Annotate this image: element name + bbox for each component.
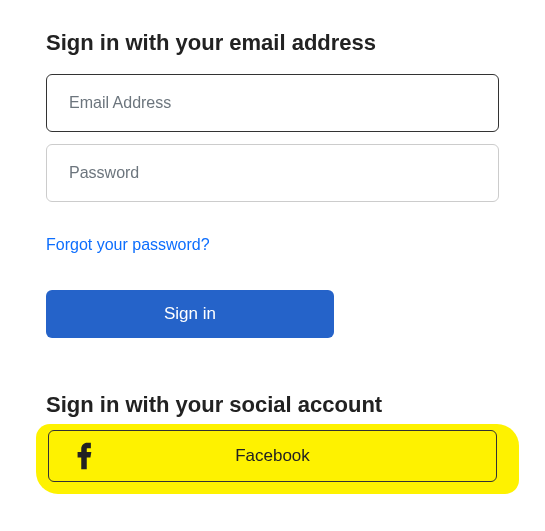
email-field[interactable] xyxy=(46,74,499,132)
forgot-password-link[interactable]: Forgot your password? xyxy=(46,236,210,254)
password-field[interactable] xyxy=(46,144,499,202)
facebook-highlight: Facebook xyxy=(46,428,499,490)
email-section-heading: Sign in with your email address xyxy=(46,30,499,56)
signin-button[interactable]: Sign in xyxy=(46,290,334,338)
signin-form: Sign in with your email address Forgot y… xyxy=(46,30,499,490)
facebook-button-label: Facebook xyxy=(235,446,310,466)
social-section-heading: Sign in with your social account xyxy=(46,392,499,418)
facebook-icon xyxy=(73,441,95,471)
facebook-button[interactable]: Facebook xyxy=(48,430,497,482)
